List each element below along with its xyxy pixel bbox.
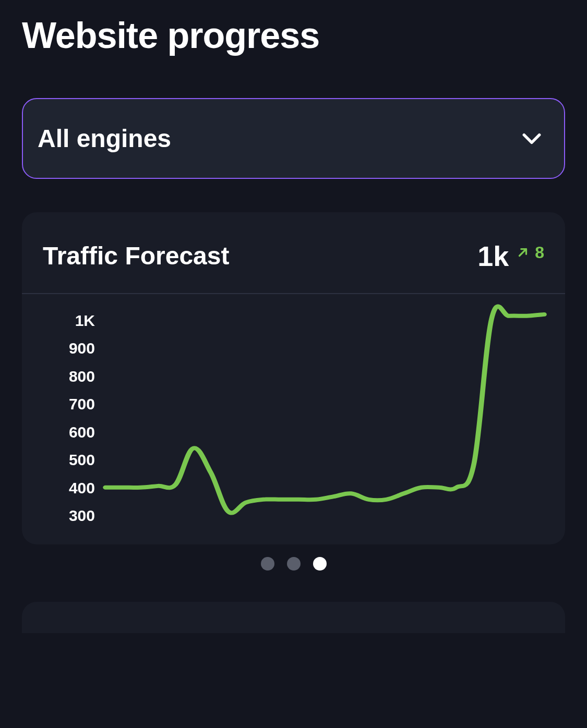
card-title: Traffic Forecast — [43, 241, 229, 270]
pager-dot-0[interactable] — [261, 557, 274, 571]
carousel-pager — [22, 557, 565, 571]
y-tick: 800 — [69, 369, 95, 384]
y-tick: 300 — [69, 508, 95, 524]
pager-dot-2[interactable] — [313, 557, 327, 571]
line-chart — [105, 313, 544, 524]
chevron-down-icon — [520, 127, 543, 150]
y-tick: 900 — [69, 341, 95, 356]
trend-indicator: 8 — [516, 242, 544, 261]
y-tick: 500 — [69, 452, 95, 468]
pager-dot-1[interactable] — [287, 557, 301, 571]
trend-delta: 8 — [535, 244, 544, 261]
engine-dropdown-label: All engines — [38, 124, 171, 153]
engine-dropdown[interactable]: All engines — [22, 98, 565, 179]
next-card-peek — [22, 602, 565, 633]
arrow-up-right-icon — [516, 246, 530, 259]
card-header: Traffic Forecast 1k 8 — [22, 212, 565, 294]
chart-area: 1K 900 800 700 600 500 400 300 — [22, 294, 565, 544]
y-tick: 1K — [75, 313, 95, 329]
y-axis: 1K 900 800 700 600 500 400 300 — [22, 313, 100, 524]
y-tick: 400 — [69, 480, 95, 496]
traffic-forecast-card: Traffic Forecast 1k 8 1K 900 800 700 600… — [22, 212, 565, 544]
y-tick: 600 — [69, 424, 95, 440]
y-tick: 700 — [69, 396, 95, 412]
metric-value: 1k — [477, 242, 509, 270]
page-title: Website progress — [22, 15, 565, 56]
metric: 1k 8 — [477, 242, 544, 270]
